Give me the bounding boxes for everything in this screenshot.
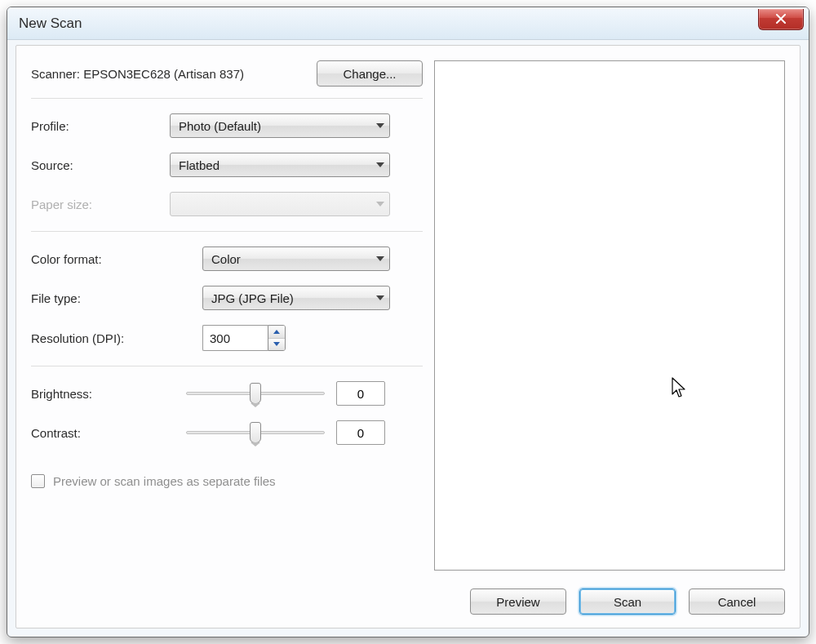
file-type-select-value: JPG (JPG File): [203, 291, 389, 305]
resolution-decrement-button[interactable]: [268, 339, 285, 351]
scanner-label: Scanner: EPSON3EC628 (Artisan 837): [31, 67, 317, 81]
profile-row: Profile: Photo (Default): [31, 113, 423, 138]
resolution-row: Resolution (DPI):: [31, 325, 423, 351]
resolution-spin-buttons: [268, 325, 286, 351]
contrast-row: Contrast:: [31, 420, 423, 445]
color-format-select[interactable]: Color: [202, 246, 390, 271]
scanner-label-prefix: Scanner:: [31, 67, 80, 81]
divider: [31, 366, 423, 366]
source-row: Source: Flatbed: [31, 153, 423, 177]
brightness-label: Brightness:: [31, 387, 186, 401]
scanner-name: EPSON3EC628 (Artisan 837): [83, 67, 244, 81]
preview-button[interactable]: Preview: [470, 588, 566, 615]
profile-select-value: Photo (Default): [171, 119, 389, 133]
chevron-down-icon: [376, 256, 384, 261]
brightness-slider-thumb[interactable]: [250, 383, 261, 404]
client-area: Scanner: EPSON3EC628 (Artisan 837) Chang…: [16, 45, 800, 628]
triangle-up-icon: [273, 330, 280, 334]
preview-pane: [434, 60, 785, 571]
chevron-down-icon: [376, 123, 384, 128]
profile-label: Profile:: [31, 119, 170, 133]
paper-size-label: Paper size:: [31, 198, 170, 211]
scan-button[interactable]: Scan: [579, 588, 676, 615]
source-select-value: Flatbed: [171, 158, 389, 172]
divider: [31, 231, 423, 232]
brightness-value-input[interactable]: [336, 381, 385, 406]
divider: [31, 98, 423, 99]
dialog-footer: Preview Scan Cancel: [470, 588, 785, 615]
scanner-row: Scanner: EPSON3EC628 (Artisan 837) Chang…: [31, 60, 423, 87]
source-label: Source:: [31, 158, 170, 172]
contrast-slider[interactable]: [186, 420, 325, 445]
resolution-spinner: [202, 325, 292, 351]
profile-select[interactable]: Photo (Default): [170, 113, 390, 138]
chevron-down-icon: [376, 295, 384, 300]
mouse-cursor-icon: [671, 376, 687, 399]
triangle-down-icon: [273, 342, 280, 346]
chevron-down-icon: [376, 162, 384, 167]
title-bar[interactable]: New Scan: [7, 7, 809, 40]
resolution-increment-button[interactable]: [268, 326, 285, 339]
paper-size-select: [170, 192, 390, 216]
file-type-row: File type: JPG (JPG File): [31, 286, 423, 310]
color-format-label: Color format:: [31, 252, 202, 266]
color-format-row: Color format: Color: [31, 246, 423, 271]
window-title: New Scan: [19, 16, 82, 32]
separate-files-label: Preview or scan images as separate files: [53, 474, 276, 488]
contrast-label: Contrast:: [31, 426, 186, 440]
source-select[interactable]: Flatbed: [170, 153, 390, 177]
brightness-slider[interactable]: [186, 381, 325, 406]
file-type-label: File type:: [31, 291, 202, 305]
settings-pane: Scanner: EPSON3EC628 (Artisan 837) Chang…: [31, 60, 423, 571]
close-icon: [775, 12, 787, 26]
change-scanner-button[interactable]: Change...: [317, 60, 423, 87]
chevron-down-icon: [376, 202, 384, 207]
color-format-select-value: Color: [203, 252, 389, 266]
brightness-row: Brightness:: [31, 381, 423, 406]
dialog-window: New Scan Scanner: EPSON3EC628 (Artisan 8…: [7, 7, 809, 637]
close-button[interactable]: [758, 9, 804, 30]
resolution-label: Resolution (DPI):: [31, 331, 202, 345]
separate-files-row: Preview or scan images as separate files: [31, 474, 423, 488]
separate-files-checkbox[interactable]: [31, 474, 45, 488]
cancel-button[interactable]: Cancel: [689, 588, 785, 615]
contrast-slider-thumb[interactable]: [250, 422, 261, 443]
paper-size-row: Paper size:: [31, 192, 423, 216]
preview-area[interactable]: [434, 60, 785, 571]
file-type-select[interactable]: JPG (JPG File): [202, 286, 390, 310]
contrast-value-input[interactable]: [336, 420, 385, 445]
resolution-input[interactable]: [202, 325, 268, 351]
